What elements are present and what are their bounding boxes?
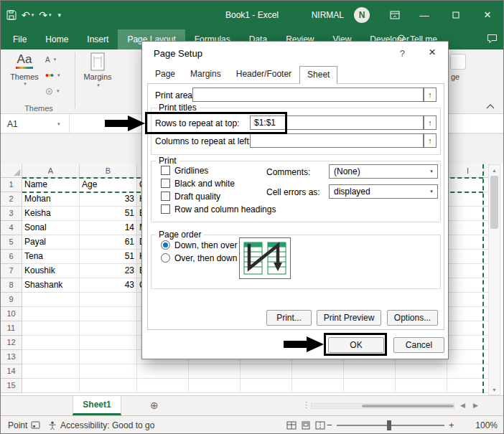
cell-A1[interactable]: Name xyxy=(22,178,80,192)
cell-H14[interactable] xyxy=(396,364,447,379)
theme-fonts-button[interactable]: A▾ xyxy=(45,54,60,65)
sheet-tab-sheet1[interactable]: Sheet1 xyxy=(73,396,121,415)
zoom-out-button[interactable]: − xyxy=(327,420,332,430)
cell-B4[interactable]: 14 xyxy=(80,221,137,235)
over-then-down-label[interactable]: Over, then down xyxy=(174,253,237,263)
close-button[interactable]: × xyxy=(472,1,503,29)
row-header-3[interactable]: 3 xyxy=(1,207,22,221)
dialog-close-button[interactable]: × xyxy=(429,45,436,60)
comments-button[interactable] xyxy=(487,34,498,44)
down-then-over-radio[interactable] xyxy=(161,240,170,250)
row-column-headings-label[interactable]: Row and column headings xyxy=(174,204,276,214)
cell-B6[interactable]: 51 xyxy=(80,250,137,264)
print-preview-button[interactable]: Print Preview xyxy=(317,310,381,326)
page-break-view-button[interactable] xyxy=(315,421,325,430)
redo-button[interactable]: ↷▾ xyxy=(39,9,51,21)
column-header-B[interactable]: B xyxy=(80,164,137,178)
cell-A13[interactable] xyxy=(22,350,80,364)
tab-home[interactable]: Home xyxy=(36,29,78,49)
new-sheet-button[interactable]: ⊕ xyxy=(150,400,159,411)
print-area-collapse-button[interactable]: ↑ xyxy=(424,88,437,102)
scroll-up-button[interactable]: ▲ xyxy=(489,165,500,175)
row-header-11[interactable]: 11 xyxy=(1,321,22,336)
ok-button[interactable]: OK xyxy=(328,337,384,353)
cell-A8[interactable]: Shashank xyxy=(22,278,80,293)
cell-errors-dropdown[interactable]: displayed ▾ xyxy=(329,184,438,199)
row-header-10[interactable]: 10 xyxy=(1,307,22,321)
theme-colors-button[interactable]: ▾ xyxy=(45,70,60,81)
cell-A2[interactable]: Mohan xyxy=(22,192,80,207)
cell-B3[interactable]: 51 xyxy=(80,207,137,221)
row-header-6[interactable]: 6 xyxy=(1,250,22,264)
name-box[interactable]: A1 ▾ xyxy=(1,114,70,133)
gridlines-label[interactable]: Gridlines xyxy=(174,166,208,176)
vertical-scrollbar[interactable]: ▲ ▼ xyxy=(488,164,500,395)
cell-B1[interactable]: Age xyxy=(80,178,137,192)
row-header-15[interactable]: 15 xyxy=(1,379,22,393)
scroll-right-button[interactable]: ▶ xyxy=(473,402,478,409)
dialog-tab-header-footer[interactable]: Header/Footer xyxy=(229,66,299,83)
name-box-caret-icon[interactable]: ▾ xyxy=(57,121,60,127)
options-button[interactable]: Options... xyxy=(387,310,438,326)
cell-A10[interactable] xyxy=(22,307,80,321)
themes-button[interactable]: Aa Themes ▾ xyxy=(6,52,42,100)
black-and-white-checkbox[interactable] xyxy=(161,179,170,188)
draft-quality-checkbox[interactable] xyxy=(161,192,170,201)
select-all-button[interactable] xyxy=(1,164,22,178)
cell-A14[interactable] xyxy=(22,364,80,379)
row-header-9[interactable]: 9 xyxy=(1,293,22,307)
zoom-in-button[interactable]: + xyxy=(449,420,454,430)
margins-button[interactable]: Margins ▾ xyxy=(78,52,117,100)
scroll-left-button[interactable]: ◀ xyxy=(460,402,465,409)
row-header-2[interactable]: 2 xyxy=(1,192,22,207)
row-header-13[interactable]: 13 xyxy=(1,350,22,364)
tab-file[interactable]: File xyxy=(4,29,36,49)
cell-A12[interactable] xyxy=(22,336,80,350)
ribbon-display-options-button[interactable] xyxy=(390,11,400,19)
black-and-white-label[interactable]: Black and white xyxy=(174,179,235,189)
page-layout-view-button[interactable] xyxy=(301,421,311,430)
cell-A3[interactable]: Keisha xyxy=(22,207,80,221)
customize-qat-button[interactable]: ▾ xyxy=(57,11,62,19)
theme-effects-button[interactable]: ▾ xyxy=(45,85,60,97)
gridlines-checkbox[interactable] xyxy=(161,166,170,175)
row-header-14[interactable]: 14 xyxy=(1,364,22,379)
macro-record-button[interactable] xyxy=(31,421,40,429)
cell-A6[interactable]: Tena xyxy=(22,250,80,264)
cell-A7[interactable]: Koushik xyxy=(22,264,80,278)
dialog-tab-sheet[interactable]: Sheet xyxy=(299,66,337,84)
zoom-level[interactable]: 100% xyxy=(466,420,498,430)
maximize-button[interactable] xyxy=(440,1,472,29)
zoom-slider-thumb[interactable] xyxy=(387,420,391,430)
cell-B14[interactable] xyxy=(80,364,137,379)
cell-B7[interactable]: 23 xyxy=(80,264,137,278)
cell-C15[interactable] xyxy=(137,379,189,393)
cell-B8[interactable]: 43 xyxy=(80,278,137,293)
print-button[interactable]: Print... xyxy=(266,310,312,326)
accessibility-checker[interactable]: Accessibility: Good to go xyxy=(48,420,154,430)
draft-quality-label[interactable]: Draft quality xyxy=(174,192,220,202)
rows-to-repeat-input[interactable]: $1:$1 xyxy=(250,115,424,130)
cell-E14[interactable] xyxy=(241,364,292,379)
dialog-tab-margins[interactable]: Margins xyxy=(183,66,228,83)
cell-D15[interactable] xyxy=(189,379,241,393)
user-name[interactable]: NIRMAL xyxy=(312,10,344,20)
row-header-8[interactable]: 8 xyxy=(1,278,22,293)
undo-button[interactable]: ↶▾ xyxy=(22,9,34,21)
cell-C14[interactable] xyxy=(137,364,189,379)
cell-A15[interactable] xyxy=(22,379,80,393)
dialog-help-button[interactable]: ? xyxy=(400,48,405,59)
minimize-button[interactable]: — xyxy=(409,1,440,29)
cell-B9[interactable] xyxy=(80,293,137,307)
row-header-12[interactable]: 12 xyxy=(1,336,22,350)
row-header-4[interactable]: 4 xyxy=(1,221,22,235)
row-header-1[interactable]: 1 xyxy=(1,178,22,192)
print-area-input[interactable] xyxy=(192,88,424,102)
column-header-A[interactable]: A xyxy=(22,164,80,178)
dialog-tab-page[interactable]: Page xyxy=(148,66,182,83)
cell-A11[interactable] xyxy=(22,321,80,336)
columns-to-repeat-input[interactable] xyxy=(250,133,424,148)
cell-G14[interactable] xyxy=(344,364,396,379)
clipped-ribbon-button-icon[interactable] xyxy=(450,54,466,70)
cell-A9[interactable] xyxy=(22,293,80,307)
